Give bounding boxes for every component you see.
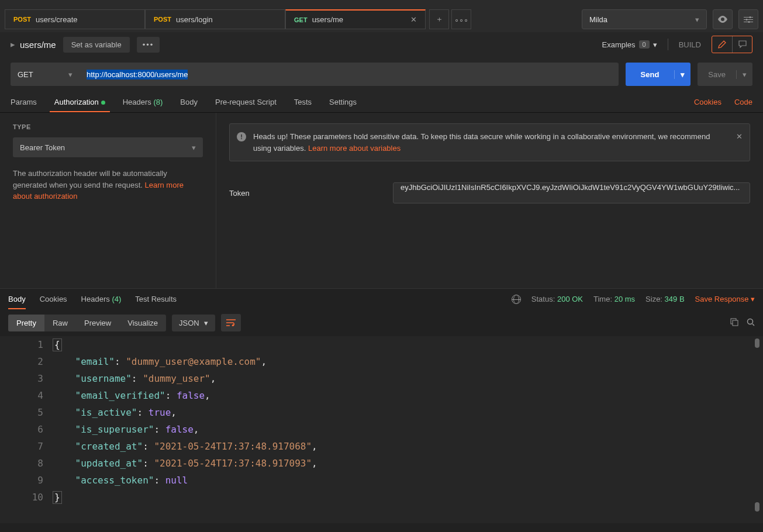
response-tab-cookies[interactable]: Cookies [40,290,67,308]
auth-type-select[interactable]: Bearer Token ▾ [13,137,203,157]
size-block: Size: 349 B [645,295,685,303]
examples-label: Examples [602,40,636,49]
subtab-body[interactable]: Body [180,93,198,111]
status-block: Status: 200 OK [531,295,583,303]
send-dropdown[interactable]: ▾ [674,70,691,79]
active-indicator-icon [101,101,105,105]
comment-mode-button[interactable] [732,36,752,53]
auth-type-value: Bearer Token [20,143,65,152]
chevron-right-icon[interactable]: ▸ [11,39,15,50]
svg-point-2 [748,21,750,23]
subtab-prerequest[interactable]: Pre-request Script [215,93,277,111]
environment-select[interactable]: Milda ▾ [582,9,707,29]
eye-icon [717,16,728,23]
view-visualize[interactable]: Visualize [119,315,166,331]
wrap-icon [226,319,236,326]
response-tab-headers[interactable]: Headers (4) [81,290,122,308]
search-icon [747,318,755,326]
view-mode-segment: Pretty Raw Preview Visualize [8,315,166,331]
token-input[interactable]: eyJhbGciOiJIUzI1NiIsInR5cCI6IkpXVCJ9.eyJ… [393,182,750,203]
request-header: ▸ users/me Set as variable ••• Examples … [0,32,763,57]
close-icon[interactable]: ✕ [410,15,417,24]
scrollbar-thumb[interactable] [755,502,759,512]
save-button[interactable]: Save ▾ [698,63,752,86]
pencil-icon [718,40,726,49]
scrollbar-thumb[interactable] [755,338,759,348]
svg-point-0 [750,16,751,18]
examples-count: 0 [639,40,650,49]
method-badge: POST [13,16,31,23]
save-response-button[interactable]: Save Response ▾ [695,295,755,303]
settings-button[interactable] [738,9,758,29]
response-body[interactable]: 12345678910 { "email": "dummy_user@examp… [0,336,763,523]
url-input[interactable]: http://localhost:8000/users/me [80,63,619,86]
response-tab-test-results[interactable]: Test Results [135,290,177,308]
line-gutter: 12345678910 [0,336,53,523]
sliders-icon [744,16,753,23]
authorization-panel: TYPE Bearer Token ▾ The authorization he… [0,113,763,288]
subtab-tests[interactable]: Tests [294,93,312,111]
cookies-link[interactable]: Cookies [694,98,721,106]
svg-point-1 [746,19,748,20]
subtab-authorization[interactable]: Authorization [54,93,105,111]
mode-toggle [712,36,752,53]
tab-title: users/me [312,15,343,24]
copy-button[interactable] [730,318,738,328]
request-name: users/me [20,40,56,50]
subtab-params[interactable]: Params [11,93,37,111]
tab-title: users/create [36,15,78,24]
body-toolbar: Pretty Raw Preview Visualize JSON ▾ [0,309,763,336]
tab-overflow-button[interactable]: ∘∘∘ [451,9,471,29]
wrap-lines-button[interactable] [221,314,241,331]
method-value: GET [18,70,33,79]
tab-title: users/login [176,15,213,24]
view-pretty[interactable]: Pretty [8,315,44,331]
method-select[interactable]: GET ▾ [11,63,80,86]
request-subtabs: Params Authorization Headers (8) Body Pr… [0,92,763,113]
comment-icon [738,40,747,49]
subtab-headers[interactable]: Headers (8) [123,93,163,111]
auth-help-text: The authorization header will be automat… [13,168,203,202]
response-tab-body[interactable]: Body [8,290,26,308]
copy-icon [730,318,738,326]
svg-point-5 [748,319,753,324]
type-label: TYPE [13,123,203,130]
set-as-variable-button[interactable]: Set as variable [63,37,130,53]
view-raw[interactable]: Raw [44,315,76,331]
format-select[interactable]: JSON ▾ [172,315,215,331]
code-link[interactable]: Code [734,98,752,106]
auth-type-sidebar: TYPE Bearer Token ▾ The authorization he… [0,113,216,288]
method-badge: POST [154,16,171,23]
edit-mode-button[interactable] [712,36,732,53]
environment-quicklook-button[interactable] [713,9,733,29]
save-dropdown[interactable]: ▾ [736,70,752,79]
request-tabs-bar: POST users/create POST users/login GET u… [0,6,763,32]
view-preview[interactable]: Preview [76,315,119,331]
time-block: Time: 20 ms [593,295,635,303]
tab-users-create[interactable]: POST users/create [5,9,145,29]
more-actions-button[interactable]: ••• [137,37,160,53]
chevron-down-icon: ▾ [653,40,657,49]
chevron-down-icon: ▾ [695,15,699,24]
close-banner-icon[interactable]: ✕ [736,131,743,143]
build-label[interactable]: BUILD [679,40,701,49]
save-label: Save [698,70,736,79]
new-tab-button[interactable]: ＋ [429,9,449,29]
learn-more-variables-link[interactable]: Learn more about variables [308,144,401,153]
chevron-down-icon: ▾ [68,70,72,79]
token-label: Token [229,189,381,198]
examples-dropdown[interactable]: Examples 0 ▾ [602,40,657,49]
search-button[interactable] [747,318,755,328]
svg-rect-4 [733,320,738,326]
auth-config-area: ! Heads up! These parameters hold sensit… [216,113,763,288]
subtab-settings[interactable]: Settings [329,93,357,111]
send-button[interactable]: Send ▾ [626,63,691,86]
environment-name: Milda [589,15,607,24]
method-badge: GET [294,16,308,23]
divider [668,39,668,50]
tab-users-login[interactable]: POST users/login [145,9,285,29]
chevron-down-icon: ▾ [192,143,196,152]
info-icon: ! [237,132,246,141]
tab-users-me[interactable]: GET users/me ✕ [285,9,426,29]
globe-icon[interactable] [512,295,521,304]
